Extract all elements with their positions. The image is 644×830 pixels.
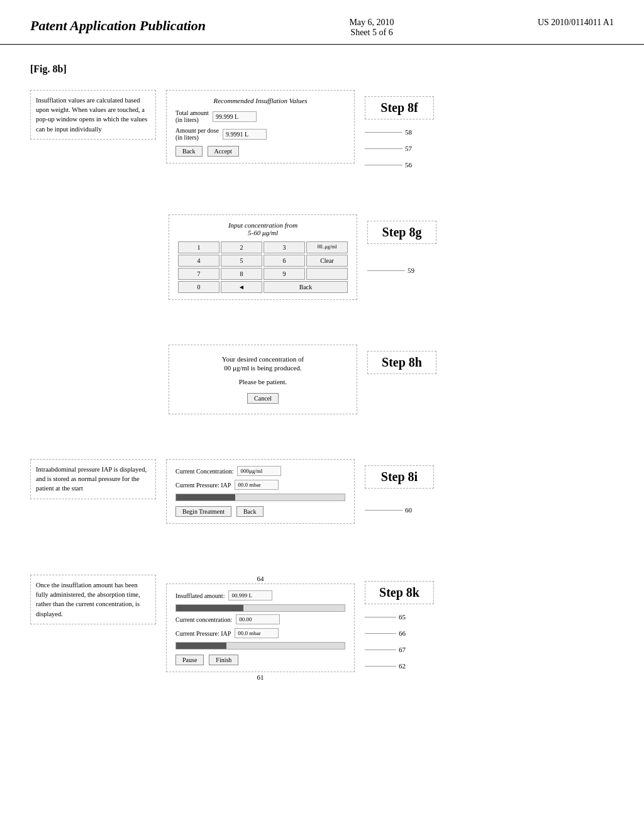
step-8f-back-btn[interactable]: Back	[175, 146, 203, 157]
current-conc-label: Current Concentration:	[175, 468, 233, 475]
step-8i-row: Intraabdominal pressure IAP is displayed…	[30, 459, 614, 524]
step-8k-buttons: Pause Finish	[175, 655, 345, 665]
step-8k-pause-btn[interactable]: Pause	[175, 655, 204, 665]
key-1[interactable]: 1	[178, 241, 219, 253]
step-8k-conc-value: 00.00	[236, 614, 280, 624]
step-8h-text1: Your desired concentration of	[178, 355, 348, 363]
step-8k-progress2	[175, 642, 345, 650]
step-8h-panel: Your desired concentration of 00 μg/ml i…	[169, 345, 357, 414]
main-content: [Fig. 8b] Insufflation values are calcul…	[0, 45, 644, 728]
current-press-row: Current Pressure: IAP 00.0 mbar	[175, 480, 345, 490]
insufflated-label: Insufflated amount:	[175, 592, 225, 599]
step-8k-press-label: Current Pressure: IAP	[175, 630, 231, 637]
key-4[interactable]: 4	[178, 255, 219, 267]
key-7[interactable]: 7	[178, 268, 219, 280]
step-8f-buttons: Back Accept	[175, 146, 345, 157]
step-8h-row: Your desired concentration of 00 μg/ml i…	[169, 345, 614, 414]
step-8f-accept-btn[interactable]: Accept	[208, 146, 239, 157]
step-8g-panel: Input concentration from 5-60 μg/ml 1 2 …	[169, 214, 357, 300]
step-8k-label: Step 8k	[365, 581, 434, 604]
step-8i-label-area: Step 8i 60	[365, 459, 459, 515]
step-8i-progress	[175, 494, 345, 501]
step-8i-progress-fill	[176, 494, 235, 501]
step-8h-label: Step 8h	[367, 351, 436, 374]
key-back-btn[interactable]: Back	[264, 281, 348, 293]
step-8h-label-area: Step 8h	[367, 345, 462, 378]
key-9[interactable]: 9	[264, 268, 305, 280]
ref-61: 61	[166, 673, 355, 681]
step-8f-panel-title: Recommended Insufflation Values	[175, 97, 345, 104]
ref-67: 67	[365, 646, 406, 653]
step-8f-row: Insufflation values are calculated based…	[30, 90, 614, 170]
key-3[interactable]: 3	[264, 241, 305, 253]
step-8f-label: Step 8f	[365, 96, 434, 119]
key-empty	[306, 268, 348, 280]
total-amount-input[interactable]: 99.999 L	[213, 111, 257, 122]
key-5[interactable]: 5	[221, 255, 262, 267]
ref-64: 64	[166, 575, 355, 582]
current-conc-row: Current Concentration: 000μg/ml	[175, 466, 345, 476]
step-8i-ui: Current Concentration: 000μg/ml Current …	[166, 459, 355, 524]
header-meta: May 6, 2010 Sheet 5 of 6	[349, 18, 394, 38]
step-8f-annotation: Insufflation values are calculated based…	[30, 90, 156, 140]
per-dose-row: Amount per dose (in liters) 9.9991 L	[175, 127, 345, 141]
step-8k-panel: 64 Insufflated amount: 00.999 L Current …	[166, 575, 355, 681]
step-8i-annotation: Intraabdominal pressure IAP is displayed…	[30, 459, 156, 499]
patent-title: Patent Application Publication	[30, 18, 206, 34]
step-8i-panel: Current Concentration: 000μg/ml Current …	[166, 459, 355, 524]
current-press-value: 00.0 mbar	[235, 480, 279, 490]
step-8g-label-area: Step 8g 59	[367, 214, 462, 275]
step-8k-progress2-fill	[176, 643, 226, 649]
header-sheet: Sheet 5 of 6	[349, 28, 394, 38]
key-8[interactable]: 8	[221, 268, 262, 280]
step-8k-label-area: Step 8k 65 66 67	[365, 575, 459, 671]
per-dose-label: Amount per dose (in liters)	[175, 127, 219, 141]
step-8h-text3: Please be patient.	[178, 378, 348, 385]
key-clear[interactable]: Clear	[306, 255, 348, 267]
step-8i-buttons: Begin Treatment Back	[175, 506, 345, 517]
step-8k-progress1	[175, 604, 345, 612]
step-8f-label-area: Step 8f 58 57 56	[365, 90, 459, 170]
step-8i-begin-btn[interactable]: Begin Treatment	[175, 506, 231, 517]
step-8i-back-btn[interactable]: Back	[236, 506, 264, 517]
key-display: 00..μg/ml	[306, 241, 348, 253]
step-8k-row: Once the insufflation amount has been fu…	[30, 575, 614, 681]
ref-56: 56	[365, 161, 412, 169]
step-8k-ui: Insufflated amount: 00.999 L Current con…	[166, 584, 355, 672]
page-header: Patent Application Publication May 6, 20…	[0, 0, 644, 45]
current-press-label: Current Pressure: IAP	[175, 482, 231, 489]
key-6[interactable]: 6	[264, 255, 305, 267]
key-0[interactable]: 0	[178, 281, 219, 293]
ref-62: 62	[365, 662, 406, 670]
current-conc-value: 000μg/ml	[237, 466, 281, 476]
insufflated-value: 00.999 L	[228, 590, 272, 600]
patent-number: US 2010/0114011 A1	[538, 18, 614, 28]
step-8f-panel: Recommended Insufflation Values Total am…	[166, 90, 355, 163]
ref-57: 57	[365, 145, 412, 152]
per-dose-input[interactable]: 9.9991 L	[223, 129, 267, 140]
ref-65: 65	[365, 613, 406, 621]
header-date: May 6, 2010	[349, 18, 394, 28]
key-2[interactable]: 2	[221, 241, 262, 253]
numpad-grid: 1 2 3 00..μg/ml 4 5 6 Clear 7 8 9 0 ◄	[178, 241, 348, 293]
insufflated-row: Insufflated amount: 00.999 L	[175, 590, 345, 600]
step-8h-cancel-btn[interactable]: Cancel	[247, 393, 279, 404]
step-8h-ui: Your desired concentration of 00 μg/ml i…	[169, 345, 357, 414]
step-8k-press-value: 00.0 mbar	[235, 628, 279, 638]
step-8g-label: Step 8g	[367, 221, 436, 244]
step-8k-progress1-fill	[176, 605, 243, 611]
ref-66: 66	[365, 629, 406, 637]
ref-58: 58	[365, 128, 412, 136]
key-backspace[interactable]: ◄	[221, 281, 262, 293]
total-amount-label: Total amount (in liters)	[175, 109, 209, 123]
step-8k-annotation: Once the insufflation amount has been fu…	[30, 575, 156, 624]
step-8i-label: Step 8i	[365, 465, 434, 489]
ref-59: 59	[367, 267, 414, 274]
step-8h-buttons: Cancel	[178, 393, 348, 404]
step-8k-finish-btn[interactable]: Finish	[209, 655, 238, 665]
ref-60: 60	[365, 506, 412, 514]
figure-label: [Fig. 8b]	[30, 64, 614, 75]
step-8h-text2: 00 μg/ml is being produced.	[178, 364, 348, 372]
step-8g-ui: Input concentration from 5-60 μg/ml 1 2 …	[169, 214, 357, 300]
step-8f-ui: Recommended Insufflation Values Total am…	[166, 90, 355, 163]
